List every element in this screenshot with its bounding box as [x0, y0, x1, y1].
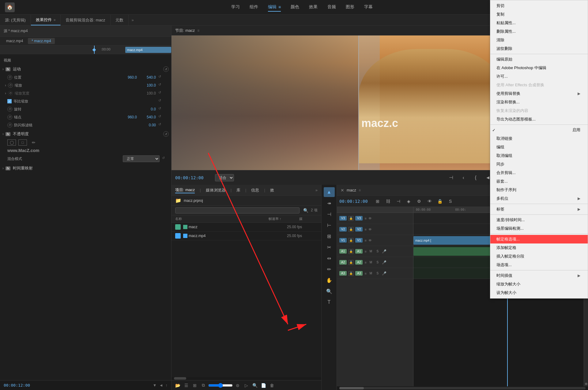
pen-btn[interactable]: ✏ — [29, 139, 38, 146]
track-M-A2[interactable]: M — [368, 261, 373, 264]
param-anchor-x[interactable]: 960.0 — [122, 115, 137, 119]
zoom-slider[interactable] — [208, 383, 233, 388]
menu-audio[interactable]: 音频 — [327, 3, 336, 12]
anchor-stopwatch[interactable]: ⏱ — [7, 115, 12, 120]
ctx-item-1[interactable]: 复制 — [490, 10, 588, 19]
blend-reset[interactable]: ↺ — [162, 156, 168, 162]
track-sync-V3[interactable]: V3 — [355, 216, 363, 221]
ctx-item-33[interactable]: 插入帧定格分段 — [490, 252, 588, 261]
monitor-menu-icon[interactable]: ≡ — [197, 28, 199, 33]
track-S-A2[interactable]: S — [375, 261, 380, 264]
selection-tool[interactable]: ▲ — [324, 187, 335, 197]
param-flicker-val[interactable]: 0.00 — [141, 123, 156, 127]
type-tool[interactable]: T — [324, 297, 335, 307]
flicker-stopwatch[interactable]: ⏱ — [7, 123, 12, 128]
ripple-edit[interactable]: ⊣ — [324, 209, 335, 219]
go-to-in-btn[interactable]: ⊣ — [446, 173, 456, 182]
ctx-item-29[interactable]: 场景编辑检测... — [490, 224, 588, 233]
position-stopwatch[interactable]: ⏱ — [7, 75, 12, 80]
rotation-stopwatch[interactable]: ⏱ — [7, 107, 12, 112]
track-toggle-A2[interactable]: A2 — [339, 260, 347, 265]
delete-btn[interactable]: 🗑 — [268, 382, 276, 389]
tab-source[interactable]: 源: (无剪辑) — [0, 15, 31, 25]
track-toggle-A1[interactable]: A1 — [339, 249, 347, 254]
project-more-btn[interactable]: » — [315, 188, 318, 192]
proj-tab-library[interactable]: 库 — [236, 188, 240, 193]
add-marker-icon[interactable]: ◄ — [159, 383, 163, 388]
proj-tab-info[interactable]: 信息 — [251, 188, 259, 193]
ctx-item-31[interactable]: 帧定格选项... — [490, 235, 588, 243]
ctx-item-21[interactable]: 合并剪辑... — [490, 169, 588, 177]
track-collapse-V2[interactable]: ≡ — [364, 228, 366, 231]
scale-width-reset[interactable]: ↺ — [158, 91, 164, 96]
scale-width-stopwatch[interactable]: ⏱ — [8, 91, 13, 96]
scale-reset[interactable]: ↺ — [158, 83, 164, 88]
track-collapse-A3[interactable]: ≡ — [364, 272, 366, 275]
track-mic-A1[interactable]: 🎤 — [382, 249, 386, 254]
tl-eye-btn[interactable]: 👁 — [425, 197, 434, 205]
track-sync-A1[interactable]: A1 — [355, 249, 363, 254]
ctx-item-22[interactable]: 嵌套... — [490, 177, 588, 186]
ctx-item-8[interactable]: 在 Adobe Photoshop 中编辑 — [490, 64, 588, 72]
track-lock-A3[interactable]: 🔒 — [349, 271, 353, 276]
clip-tab-1[interactable]: macz.mp4 — [2, 38, 27, 44]
blend-mode-select[interactable]: 正常 — [123, 155, 160, 162]
uniform-checkbox[interactable]: ✓ — [7, 99, 12, 103]
track-S-A1[interactable]: S — [375, 250, 380, 253]
track-collapse-A2[interactable]: ≡ — [364, 261, 366, 264]
track-sync-A3[interactable]: A3 — [355, 271, 363, 276]
timeline-menu-icon[interactable]: ≡ — [359, 188, 361, 192]
ctx-item-16[interactable]: ✓启用 — [490, 126, 588, 134]
position-reset[interactable]: ↺ — [158, 75, 164, 80]
tab-audio-mixer[interactable]: 音频剪辑混合器: macz — [61, 15, 110, 25]
param-position-y[interactable]: 540.0 — [141, 75, 156, 80]
media-item-macz-mp4[interactable]: macz.mp4 25.00 fps — [172, 232, 321, 240]
mark-in-btn[interactable]: { — [471, 173, 481, 182]
ctx-item-34[interactable]: 场选项... — [490, 261, 588, 269]
param-scale-val[interactable]: 100.0 — [141, 83, 156, 87]
razor-tool[interactable]: ✂ — [324, 242, 335, 252]
track-lock-V3[interactable]: 🔒 — [349, 216, 353, 221]
fx-motion-reset[interactable]: ↺ — [163, 66, 169, 72]
track-eye-V3[interactable]: 👁 — [368, 217, 372, 220]
menu-graphics[interactable]: 图形 — [346, 3, 354, 12]
anchor-reset[interactable]: ↺ — [158, 114, 164, 120]
step-back-frame-btn[interactable]: ‹ — [458, 173, 468, 182]
ctx-item-37[interactable]: 缩放为帧大小 — [490, 280, 588, 288]
media-item-macz[interactable]: macz 25.00 fps — [172, 223, 321, 232]
clip-tab-2[interactable]: * macz.mp4 — [28, 38, 55, 44]
find-btn[interactable]: 🔍 — [251, 382, 258, 389]
ctx-item-24[interactable]: 多机位▶ — [490, 194, 588, 203]
tab-metadata[interactable]: 元数 — [111, 15, 129, 25]
proj-tab-media-browser[interactable]: 媒体浏览器 — [206, 188, 226, 193]
param-anchor-y[interactable]: 540.0 — [141, 115, 156, 119]
ctx-item-19[interactable]: 取消编组 — [490, 151, 588, 160]
track-select-fwd[interactable]: ↠ — [324, 198, 335, 208]
flicker-reset[interactable]: ↺ — [158, 122, 164, 128]
tl-marker-btn[interactable]: ◈ — [405, 197, 413, 205]
tl-snap-btn[interactable]: ⊞ — [373, 197, 382, 205]
fx-time-remap-header[interactable]: › fx 时间重映射 — [0, 164, 171, 173]
export-icon[interactable]: ↑ — [166, 383, 168, 388]
track-mic-A3[interactable]: 🎤 — [382, 271, 386, 276]
track-S-A3[interactable]: S — [375, 272, 380, 275]
ctx-item-20[interactable]: 同步 — [490, 160, 588, 169]
project-scrollbar[interactable] — [172, 377, 321, 380]
fx-opacity-header[interactable]: › fx 不透明度 ↺ — [0, 130, 171, 138]
track-eye-V1[interactable]: 👁 — [368, 239, 372, 242]
project-search[interactable] — [175, 207, 300, 214]
param-rotation-val[interactable]: 0.0 — [141, 107, 156, 111]
fx-motion-header[interactable]: › fx 运动 ↺ — [0, 65, 171, 73]
timeline-close-x[interactable]: ✕ — [341, 188, 344, 193]
ctx-item-7[interactable]: 编辑原始 — [490, 55, 588, 64]
clip-block[interactable]: macz.mp4 — [125, 47, 171, 53]
ctx-item-3[interactable]: 删除属性... — [490, 27, 588, 36]
tl-link-btn[interactable]: ⛓ — [384, 197, 392, 205]
scale-stopwatch[interactable]: ⏱ — [8, 83, 13, 88]
ctx-item-32[interactable]: 添加帧定格 — [490, 243, 588, 252]
rect-btn[interactable]: □ — [18, 139, 27, 146]
track-toggle-V3[interactable]: V3 — [339, 216, 347, 221]
rolling-edit[interactable]: ⊢ — [324, 220, 335, 230]
track-lock-V1[interactable]: 🔒 — [349, 238, 353, 243]
monitor-timecode[interactable]: 00:00:12:00 — [175, 175, 209, 180]
